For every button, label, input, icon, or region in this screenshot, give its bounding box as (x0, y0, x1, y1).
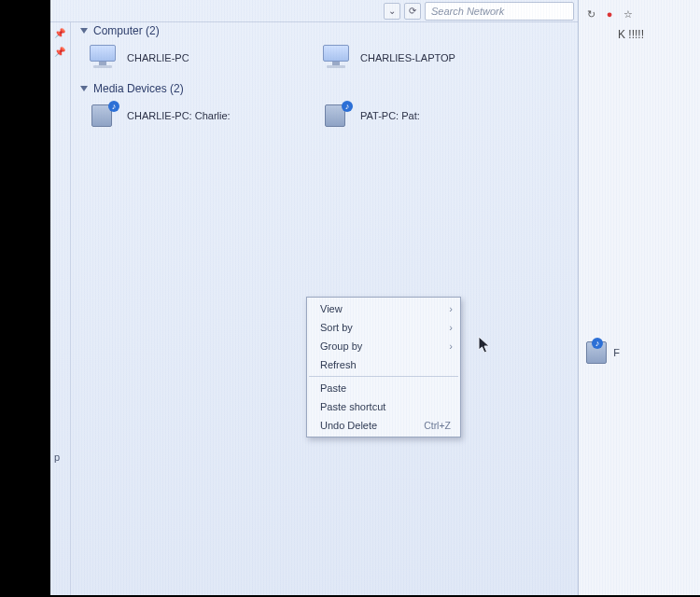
menu-item-paste[interactable]: Paste (307, 379, 460, 397)
explorer-toolbar: ⌄ ⟳ Search Network (50, 0, 578, 22)
menu-shortcut: Ctrl+Z (424, 420, 451, 431)
file-explorer-window: ⌄ ⟳ Search Network 📌 📌 p Computer (2) (50, 0, 579, 595)
navigation-pane[interactable]: 📌 📌 p (50, 22, 71, 595)
group-label: Computer (2) (93, 24, 160, 37)
item-label: PAT-PC: Pat: (360, 110, 420, 121)
item-label: CHARLIE-PC (127, 52, 189, 63)
browser-toolbar: ↻ ● ☆ (579, 2, 700, 26)
collapse-triangle-icon (80, 86, 88, 91)
menu-separator (309, 376, 458, 377)
media-device-icon: ♪ (321, 103, 353, 129)
computer-icon (88, 45, 119, 71)
group-header-media-devices[interactable]: Media Devices (2) (80, 82, 572, 95)
refresh-icon: ⟳ (409, 6, 416, 16)
address-refresh-button[interactable]: ⟳ (404, 3, 421, 20)
item-label: CHARLIE-PC: Charlie: (127, 110, 231, 121)
media-device-item[interactable]: ♪ PAT-PC: Pat: (319, 99, 534, 132)
browser-tab-title-fragment: K !!!!! (618, 28, 644, 41)
adblock-icon[interactable]: ● (603, 7, 616, 21)
mouse-cursor-icon (478, 336, 491, 354)
background-media-device-icon: ♪ (582, 340, 603, 360)
group-label: Media Devices (2) (93, 82, 184, 95)
pin-icon: 📌 (54, 28, 65, 38)
explorer-content-area[interactable]: Computer (2) CHARLIE-PC CHARLIES-LAPTOP (71, 22, 578, 595)
computer-icon (321, 45, 353, 71)
collapse-triangle-icon (80, 28, 88, 34)
search-input[interactable]: Search Network (425, 2, 574, 21)
media-device-item[interactable]: ♪ CHARLIE-PC: Charlie: (86, 99, 301, 132)
background-browser-window: ↻ ● ☆ K !!!!! ♪ F (560, 0, 700, 595)
menu-item-paste-shortcut[interactable]: Paste shortcut (307, 397, 460, 416)
network-computer-item[interactable]: CHARLIES-LAPTOP (319, 41, 534, 75)
media-device-icon: ♪ (88, 103, 119, 129)
menu-item-undo-delete[interactable]: Undo Delete Ctrl+Z (307, 416, 460, 435)
context-menu: View Sort by Group by Refresh Paste Past… (306, 297, 461, 437)
address-dropdown-button[interactable]: ⌄ (384, 3, 400, 20)
nav-letter: p (54, 451, 60, 463)
search-placeholder: Search Network (431, 6, 504, 17)
reload-icon[interactable]: ↻ (584, 7, 597, 21)
menu-item-group-by[interactable]: Group by (307, 337, 460, 355)
network-computer-item[interactable]: CHARLIE-PC (86, 41, 301, 75)
chevron-down-icon: ⌄ (388, 6, 396, 16)
desktop-screen: ↻ ● ☆ K !!!!! ♪ F ⌄ ⟳ Search Network 📌 (50, 0, 700, 595)
menu-item-view[interactable]: View (307, 299, 460, 318)
favorite-star-icon[interactable]: ☆ (622, 7, 635, 21)
menu-item-refresh[interactable]: Refresh (307, 355, 460, 374)
menu-item-sort-by[interactable]: Sort by (307, 318, 460, 337)
group-header-computer[interactable]: Computer (2) (80, 24, 572, 37)
pin-icon: 📌 (54, 47, 65, 57)
item-label: CHARLIES-LAPTOP (360, 52, 455, 63)
background-item-letter: F (613, 347, 620, 358)
